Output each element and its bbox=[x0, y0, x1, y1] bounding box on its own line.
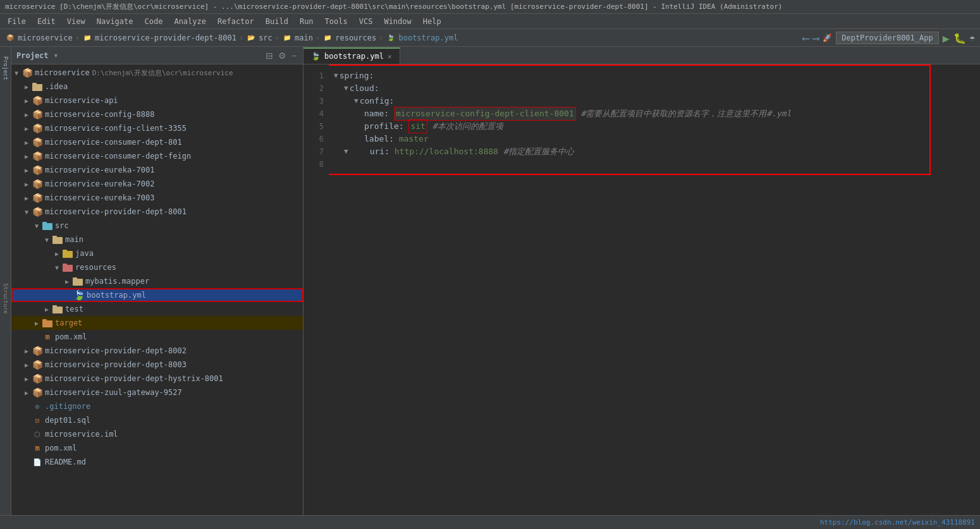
menu-edit[interactable]: Edit bbox=[32, 16, 61, 27]
tree-item-microservice[interactable]: ▼ 📦 microservice D:\chenjm\开发信息\ocr\micr… bbox=[11, 66, 303, 80]
debug-button[interactable]: 🐛 bbox=[953, 32, 966, 44]
tree-item-readme[interactable]: ▶ 📄 README.md bbox=[11, 455, 303, 469]
breadcrumb-main[interactable]: main bbox=[295, 33, 313, 42]
menu-bar: File Edit View Navigate Code Analyze Ref… bbox=[0, 14, 980, 29]
tree-item-pom-root[interactable]: ▶ m pom.xml bbox=[11, 441, 303, 455]
menu-view[interactable]: View bbox=[62, 16, 90, 27]
tree-item-consumer-feign[interactable]: ▶ 📦 microservice-consumer-dept-feign bbox=[11, 149, 303, 163]
tree-item-api[interactable]: ▶ 📦 microservice-api bbox=[11, 94, 303, 107]
breadcrumb-src[interactable]: src bbox=[259, 33, 273, 42]
target-folder-icon bbox=[42, 317, 53, 329]
tree-item-test[interactable]: ▶ test bbox=[11, 302, 303, 316]
hystrix-label: microservice-provider-dept-hystrix-8001 bbox=[45, 374, 223, 383]
menu-help[interactable]: Help bbox=[418, 16, 446, 27]
svg-rect-15 bbox=[42, 319, 47, 321]
svg-rect-1 bbox=[32, 83, 37, 85]
svg-rect-10 bbox=[73, 279, 83, 286]
tree-item-java[interactable]: ▶ java bbox=[11, 246, 303, 260]
profile-value-highlight: sit bbox=[408, 119, 427, 133]
svg-rect-0 bbox=[32, 84, 42, 91]
svg-rect-12 bbox=[52, 307, 63, 313]
structure-strip[interactable]: Structure bbox=[1, 279, 11, 317]
tree-item-zuul-9527[interactable]: ▶ 📦 microservice-zuul-gateway-9527 bbox=[11, 386, 303, 399]
module-icon: 📦 bbox=[32, 387, 43, 398]
navigation-forward-icon[interactable]: ⟶ bbox=[813, 32, 819, 44]
tree-item-provider-8003[interactable]: ▶ 📦 microservice-provider-dept-8003 bbox=[11, 358, 303, 372]
menu-navigate[interactable]: Navigate bbox=[92, 16, 138, 27]
svg-rect-5 bbox=[52, 236, 57, 238]
editor-area: 🍃 bootstrap.yml ✕ 1 2 3 4 5 6 7 8 bbox=[303, 47, 980, 529]
tree-item-config-3355[interactable]: ▶ 📦 microservice-config-client-3355 bbox=[11, 121, 303, 135]
tab-bootstrap-yml[interactable]: 🍃 bootstrap.yml ✕ bbox=[303, 47, 400, 64]
module-icon: 📦 bbox=[32, 178, 43, 190]
menu-tools[interactable]: Tools bbox=[320, 16, 353, 27]
module-icon: 📦 bbox=[32, 123, 43, 134]
panel-dropdown-icon[interactable]: ▾ bbox=[54, 51, 59, 60]
tree-item-src[interactable]: ▼ src bbox=[11, 219, 303, 233]
menu-build[interactable]: Build bbox=[260, 16, 293, 27]
tree-item-idea[interactable]: ▶ .idea bbox=[11, 80, 303, 94]
tree-item-main[interactable]: ▼ main bbox=[11, 233, 303, 246]
tree-item-resources[interactable]: ▼ resources bbox=[11, 260, 303, 274]
sql-icon: ⊡ bbox=[32, 415, 43, 426]
code-line-8 bbox=[334, 158, 980, 171]
code-content[interactable]: ▼ spring: ▼ cloud: ▼ config: bbox=[329, 64, 980, 529]
panel-settings-btn[interactable]: ⚙ bbox=[277, 51, 288, 61]
tree-view[interactable]: ▼ 📦 microservice D:\chenjm\开发信息\ocr\micr… bbox=[11, 64, 303, 529]
tree-item-bootstrap-yml[interactable]: ▶ 🍃 bootstrap.yml bbox=[11, 288, 303, 302]
tree-item-eureka-7001[interactable]: ▶ 📦 microservice-eureka-7001 bbox=[11, 163, 303, 177]
tree-item-provider-8001[interactable]: ▼ 📦 microservice-provider-dept-8001 bbox=[11, 205, 303, 219]
tree-item-eureka-7002[interactable]: ▶ 📦 microservice-eureka-7002 bbox=[11, 177, 303, 191]
coverage-button[interactable]: ☂ bbox=[970, 33, 975, 43]
tree-item-pom-8001[interactable]: ▶ m pom.xml bbox=[11, 330, 303, 344]
svg-rect-2 bbox=[42, 223, 52, 230]
navigation-back-icon[interactable]: ⟵ bbox=[803, 32, 809, 44]
panel-header: Project ▾ ⊟ ⚙ − bbox=[11, 47, 303, 64]
project-strip[interactable]: Project bbox=[1, 49, 11, 87]
run-button[interactable]: ▶ bbox=[943, 32, 950, 45]
menu-analyze[interactable]: Analyze bbox=[169, 16, 211, 27]
breadcrumb-bootstrap[interactable]: bootstrap.yml bbox=[398, 33, 458, 42]
breadcrumb-provider[interactable]: microservice-provider-dept-8001 bbox=[95, 33, 236, 42]
module-icon: 📦 bbox=[32, 359, 43, 370]
readme-icon: 📄 bbox=[32, 456, 43, 468]
run-config-label[interactable]: DeptProvider8001_App bbox=[836, 32, 939, 44]
tree-item-consumer-801[interactable]: ▶ 📦 microservice-consumer-dept-801 bbox=[11, 135, 303, 149]
breadcrumb-resources[interactable]: resources bbox=[335, 33, 376, 42]
tree-item-sql[interactable]: ▶ ⊡ dept01.sql bbox=[11, 413, 303, 427]
code-line-7: ▼ uri: http://localhost:8888 #指定配置服务中心 bbox=[334, 145, 980, 158]
code-editor[interactable]: 1 2 3 4 5 6 7 8 ▼ spring: bbox=[303, 64, 980, 529]
panel-collapse-all-btn[interactable]: ⊟ bbox=[264, 51, 274, 61]
menu-vcs[interactable]: VCS bbox=[354, 16, 378, 27]
folder-icon bbox=[32, 81, 43, 92]
menu-file[interactable]: File bbox=[3, 16, 31, 27]
tree-item-provider-8002[interactable]: ▶ 📦 microservice-provider-dept-8002 bbox=[11, 344, 303, 358]
breadcrumb-microservice[interactable]: microservice bbox=[18, 33, 73, 42]
breadcrumb-icon-main: 📁 bbox=[282, 33, 292, 43]
tree-item-hystrix-8001[interactable]: ▶ 📦 microservice-provider-dept-hystrix-8… bbox=[11, 372, 303, 386]
status-bar: https://blog.csdn.net/weixin_43118891 bbox=[0, 515, 980, 529]
tree-item-iml[interactable]: ▶ ⬡ microservice.iml bbox=[11, 427, 303, 441]
gitignore-icon: ⊙ bbox=[32, 401, 43, 412]
menu-refactor[interactable]: Refactor bbox=[212, 16, 259, 27]
menu-code[interactable]: Code bbox=[140, 16, 168, 27]
editor-tabs: 🍃 bootstrap.yml ✕ bbox=[303, 47, 980, 64]
code-line-3: ▼ config: bbox=[334, 95, 980, 107]
menu-run[interactable]: Run bbox=[295, 16, 319, 27]
status-url[interactable]: https://blog.csdn.net/weixin_43118891 bbox=[820, 518, 975, 526]
tree-item-target[interactable]: ▶ target bbox=[11, 316, 303, 330]
tab-icon: 🍃 bbox=[311, 52, 321, 61]
tree-item-mybatis[interactable]: ▶ mybatis.mapper bbox=[11, 274, 303, 288]
tree-item-gitignore[interactable]: ▶ ⊙ .gitignore bbox=[11, 399, 303, 413]
module-icon: 📦 bbox=[32, 164, 43, 176]
tree-item-eureka-7003[interactable]: ▶ 📦 microservice-eureka-7003 bbox=[11, 191, 303, 205]
module-icon: 📦 bbox=[32, 137, 43, 148]
menu-window[interactable]: Window bbox=[379, 16, 416, 27]
tab-close-btn[interactable]: ✕ bbox=[388, 52, 392, 61]
java-folder-icon bbox=[62, 248, 73, 259]
svg-rect-4 bbox=[52, 237, 63, 244]
tree-item-config-8888[interactable]: ▶ 📦 microservice-config-8888 bbox=[11, 107, 303, 121]
svg-rect-3 bbox=[42, 222, 47, 224]
panel-minimize-btn[interactable]: − bbox=[290, 51, 298, 61]
breadcrumb-icon-src: 📂 bbox=[246, 33, 256, 43]
